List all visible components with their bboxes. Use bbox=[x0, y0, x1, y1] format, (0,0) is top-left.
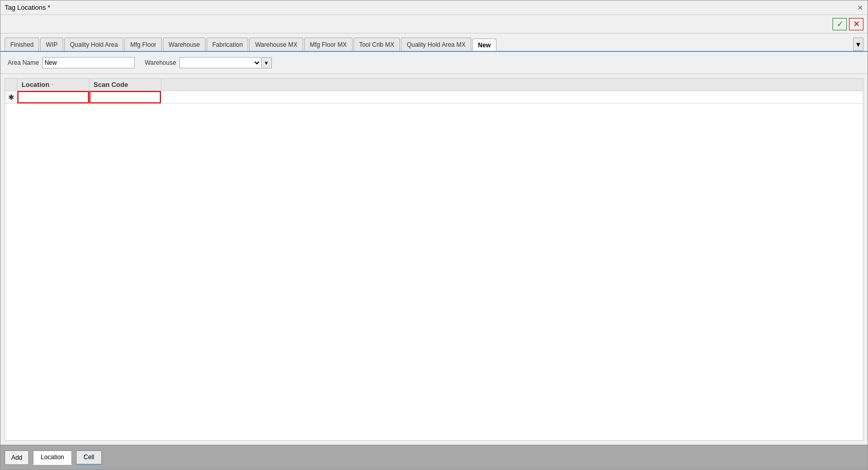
cancel-button[interactable]: ✕ bbox=[849, 18, 863, 30]
warehouse-select[interactable] bbox=[180, 58, 261, 68]
tab-warehouse[interactable]: Warehouse bbox=[163, 38, 206, 51]
warehouse-label: Warehouse bbox=[145, 59, 176, 66]
tab-warehouse-mx[interactable]: Warehouse MX bbox=[249, 38, 303, 51]
tab-tool-crib-mx[interactable]: Tool Crib MX bbox=[354, 38, 400, 51]
chevron-down-icon: ▼ bbox=[855, 41, 862, 48]
area-name-label: Area Name bbox=[8, 59, 39, 66]
warehouse-select-wrapper: ▼ bbox=[179, 57, 272, 68]
location-input[interactable] bbox=[17, 91, 89, 103]
grid-header: Location ↑ Scan Code bbox=[5, 79, 863, 91]
tabs-container: FinishedWIPQuality Hold AreaMfg FloorWar… bbox=[1, 33, 867, 52]
grid-row-new: ✱ bbox=[5, 91, 863, 104]
main-content: Location ↑ Scan Code ✱ bbox=[1, 74, 867, 445]
tab-mfg-floor-mx[interactable]: Mfg Floor MX bbox=[304, 38, 353, 51]
sort-icon-location: ↑ bbox=[51, 82, 54, 87]
cell-tab-button[interactable]: Cell bbox=[76, 450, 102, 465]
row-indicator: ✱ bbox=[5, 91, 17, 103]
tab-quality-hold-area[interactable]: Quality Hold Area bbox=[64, 38, 123, 51]
save-button[interactable]: ✓ bbox=[833, 18, 847, 30]
column-header-scan-code: Scan Code bbox=[89, 79, 161, 91]
status-bar: Add Location Cell bbox=[1, 445, 867, 469]
window-close-button[interactable]: ✕ bbox=[857, 4, 863, 12]
tab-fabrication[interactable]: Fabrication bbox=[207, 38, 248, 51]
form-area: Area Name Warehouse ▼ bbox=[1, 52, 867, 74]
tab-wip[interactable]: WIP bbox=[40, 38, 63, 51]
tab-mfg-floor[interactable]: Mfg Floor bbox=[124, 38, 162, 51]
window-title: Tag Locations * bbox=[5, 4, 50, 11]
tab-new[interactable]: New bbox=[472, 39, 496, 52]
tabs-overflow-button[interactable]: ▼ bbox=[853, 38, 863, 51]
location-tab-button[interactable]: Location bbox=[33, 450, 71, 465]
scan-code-input[interactable] bbox=[89, 91, 161, 103]
toolbar: ✓ ✕ bbox=[1, 15, 867, 33]
tab-quality-hold-area-mx[interactable]: Quality Hold Area MX bbox=[401, 38, 471, 51]
scan-code-cell bbox=[89, 91, 161, 103]
area-name-input[interactable] bbox=[42, 57, 135, 68]
column-header-location: Location ↑ bbox=[17, 79, 89, 91]
location-cell bbox=[17, 91, 89, 103]
add-button[interactable]: Add bbox=[5, 450, 29, 465]
area-name-group: Area Name bbox=[8, 57, 135, 68]
main-window: Tag Locations * ✕ ✓ ✕ FinishedWIPQuality… bbox=[0, 0, 868, 470]
grid-container: Location ↑ Scan Code ✱ bbox=[5, 78, 863, 441]
tab-finished[interactable]: Finished bbox=[5, 38, 39, 51]
warehouse-group: Warehouse ▼ bbox=[145, 57, 272, 68]
title-bar: Tag Locations * ✕ bbox=[1, 1, 867, 15]
warehouse-dropdown-button[interactable]: ▼ bbox=[261, 58, 271, 68]
